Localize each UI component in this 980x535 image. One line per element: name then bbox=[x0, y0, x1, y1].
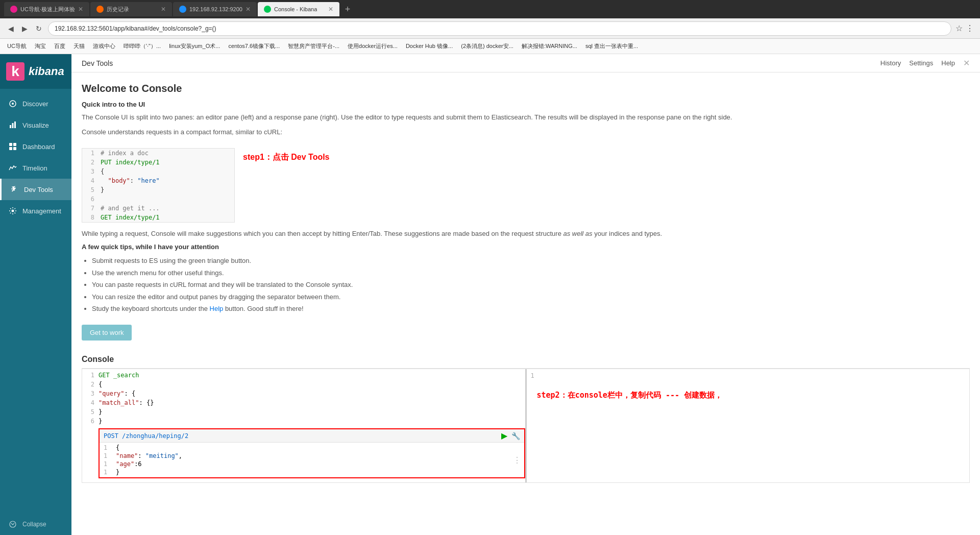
bookmark-bili[interactable]: 哔哔哔（'·"）... bbox=[120, 41, 164, 51]
editor-line-5: 5 } bbox=[82, 408, 525, 417]
bookmark-tianmao[interactable]: 天猫 bbox=[70, 41, 88, 51]
close-panel-icon[interactable]: ✕ bbox=[963, 58, 970, 68]
code-line-4: 4 "body": "here" bbox=[82, 176, 234, 185]
intro-text-2: Console understands requests in a compac… bbox=[82, 127, 970, 138]
svg-rect-8 bbox=[13, 147, 16, 150]
svg-rect-5 bbox=[9, 143, 12, 146]
sidebar-item-devtools[interactable]: Dev Tools bbox=[0, 179, 71, 200]
sidebar-item-label-dashboard: Dashboard bbox=[22, 143, 55, 151]
tab-ip[interactable]: 192.168.92.132:9200 ✕ bbox=[173, 2, 257, 16]
tab-label-history: 历史记录 bbox=[107, 6, 129, 13]
wrench-button[interactable]: 🔧 bbox=[511, 432, 520, 440]
code-line-8: 8 GET index/type/1 bbox=[82, 213, 234, 222]
get-to-work-button[interactable]: Get to work bbox=[82, 325, 132, 341]
tab-label-kibana: Console - Kibana bbox=[274, 6, 317, 12]
tab-close-ip[interactable]: ✕ bbox=[246, 6, 251, 13]
more-options-icon[interactable]: ⋮ bbox=[513, 455, 521, 465]
editor-code-1: GET _search bbox=[99, 372, 139, 379]
reload-button[interactable]: ↻ bbox=[34, 22, 44, 35]
tab-icon-kibana bbox=[264, 6, 271, 13]
console-editor: 1 GET _search 2 { 3 "query": { bbox=[82, 369, 525, 482]
tab-kibana[interactable]: Console - Kibana ✕ bbox=[258, 2, 339, 16]
page-title: Dev Tools bbox=[82, 59, 113, 67]
welcome-title: Welcome to Console bbox=[82, 83, 970, 94]
tab-close-uc[interactable]: ✕ bbox=[78, 6, 83, 13]
top-bar: Dev Tools History Settings Help ✕ bbox=[71, 54, 980, 72]
url-bar[interactable]: 192.168.92.132:5601/app/kibana#/dev_tool… bbox=[48, 21, 951, 36]
intro-code-block: 1 # index a doc 2 PUT index/type/1 3 { 4… bbox=[82, 148, 235, 223]
history-button[interactable]: History bbox=[880, 58, 901, 68]
bookmark-sql[interactable]: sql 查出一张表中重... bbox=[582, 41, 641, 51]
forward-button[interactable]: ▶ bbox=[20, 22, 30, 35]
settings-button[interactable]: Settings bbox=[909, 58, 933, 68]
tab-history[interactable]: 历史记录 ✕ bbox=[90, 2, 172, 16]
sidebar-item-label-discover: Discover bbox=[22, 100, 48, 108]
bookmark-taobao[interactable]: 淘宝 bbox=[32, 41, 49, 51]
bookmark-warning[interactable]: 解决报错:WARNING... bbox=[519, 41, 580, 51]
tab-close-history[interactable]: ✕ bbox=[161, 6, 166, 13]
tab-icon-history bbox=[96, 6, 104, 13]
code-line-2: 2 PUT index/type/1 bbox=[82, 158, 234, 167]
star-icon[interactable]: ☆ bbox=[955, 23, 963, 33]
console-response-pane: 1 step2：在console栏中，复制代码 --- 创建数据， bbox=[527, 369, 970, 482]
highlight-line-2: 1 "name": "meiting", bbox=[100, 452, 524, 460]
url-text: 192.168.92.132:5601/app/kibana#/dev_tool… bbox=[55, 25, 216, 32]
editor-line-2: 2 { bbox=[82, 380, 525, 390]
tips-title: A few quick tips, while I have your atte… bbox=[82, 243, 970, 251]
editor-code-2: { bbox=[99, 381, 102, 388]
sidebar-item-management[interactable]: Management bbox=[0, 200, 71, 222]
bookmark-docker-run[interactable]: 使用docker运行es... bbox=[345, 41, 401, 51]
editor-code-6: } bbox=[99, 418, 102, 425]
svg-rect-3 bbox=[12, 123, 14, 128]
sidebar-item-label-management: Management bbox=[22, 207, 61, 215]
bookmark-dockerhub[interactable]: Docker Hub 镜像... bbox=[403, 41, 456, 51]
sidebar-item-dashboard[interactable]: Dashboard bbox=[0, 136, 71, 157]
highlight-line-3: 1 "age":6 bbox=[100, 460, 524, 468]
tab-uc[interactable]: UC导航·极速上网体验 ✕ bbox=[4, 2, 89, 16]
bookmark-uc[interactable]: UC导航 bbox=[4, 41, 30, 51]
tab-close-kibana[interactable]: ✕ bbox=[328, 6, 333, 13]
collapse-icon bbox=[8, 520, 17, 529]
bookmark-centos[interactable]: centos7.6镜像下载... bbox=[225, 41, 283, 51]
highlight-method: POST /zhonghua/heping/2 bbox=[104, 432, 188, 440]
app-container: k kibana Discover Visualize Dashboard bbox=[0, 54, 980, 535]
editor-line-1: 1 GET _search bbox=[82, 371, 525, 380]
bookmark-house[interactable]: 智慧房产管理平台-... bbox=[285, 41, 342, 51]
tab-label-uc: UC导航·极速上网体验 bbox=[20, 6, 75, 13]
management-icon bbox=[8, 206, 17, 215]
sidebar-item-discover[interactable]: Discover bbox=[0, 93, 71, 114]
editor-line-6: 6 } bbox=[82, 417, 525, 426]
console-editor-pane[interactable]: 1 GET _search 2 { 3 "query": { bbox=[82, 369, 527, 482]
sidebar-item-timelion[interactable]: Timelion bbox=[0, 157, 71, 179]
collapse-button[interactable]: Collapse bbox=[0, 514, 71, 535]
top-bar-actions: History Settings Help ✕ bbox=[880, 58, 970, 68]
bookmark-docker2[interactable]: (2条消息) docker安... bbox=[458, 41, 517, 51]
help-button[interactable]: Help bbox=[941, 58, 955, 68]
console-title: Console bbox=[82, 351, 970, 369]
devtools-icon bbox=[10, 185, 19, 194]
discover-icon bbox=[8, 99, 17, 108]
help-link[interactable]: Help bbox=[210, 305, 224, 312]
tip-3: You can paste requests in cURL format an… bbox=[92, 279, 970, 290]
tab-icon-ip bbox=[179, 6, 186, 13]
bookmark-baidu[interactable]: 百度 bbox=[51, 41, 68, 51]
main-content: Dev Tools History Settings Help ✕ Welcom… bbox=[71, 54, 980, 535]
run-button[interactable]: ▶ bbox=[501, 431, 507, 441]
browser-actions: ☆ ⋮ bbox=[955, 23, 974, 33]
sidebar-nav: Discover Visualize Dashboard Timelion bbox=[0, 89, 71, 514]
code-line-6: 6 bbox=[82, 194, 234, 204]
code-line-1: 1 # index a doc bbox=[82, 149, 234, 158]
highlight-toolbar: POST /zhonghua/heping/2 ▶ 🔧 bbox=[100, 429, 524, 443]
new-tab-button[interactable]: + bbox=[340, 2, 355, 16]
menu-icon[interactable]: ⋮ bbox=[966, 23, 974, 33]
response-line-1: 1 bbox=[527, 371, 970, 380]
back-button[interactable]: ◀ bbox=[6, 22, 16, 35]
tab-label-ip: 192.168.92.132:9200 bbox=[189, 6, 242, 12]
console-panes: 1 GET _search 2 { 3 "query": { bbox=[82, 369, 970, 483]
timelion-icon bbox=[8, 163, 17, 173]
dashboard-icon bbox=[8, 142, 17, 151]
bookmark-linux[interactable]: linux安装yum_O术... bbox=[166, 41, 223, 51]
sidebar-item-visualize[interactable]: Visualize bbox=[0, 114, 71, 136]
editor-code-3: "query": { bbox=[99, 390, 135, 397]
bookmark-games[interactable]: 游戏中心 bbox=[90, 41, 118, 51]
